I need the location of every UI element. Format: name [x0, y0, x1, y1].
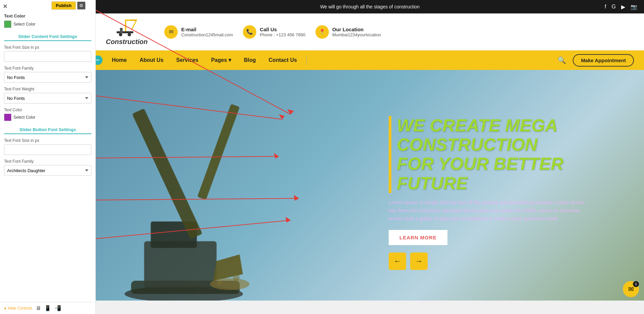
font-size-label-button: Text Font Size in px [4, 138, 91, 143]
top-bar: We will go through all the stages of con… [96, 0, 644, 13]
hero-title-line2: FOR YOUR BETTER FUTURE [397, 154, 624, 193]
hero-prev-button[interactable]: ← [389, 252, 406, 270]
nav-contact[interactable]: Contact Us [263, 50, 303, 70]
nav-about[interactable]: About Us [133, 50, 169, 70]
hero-section: WE CREATE MEGA CONSTRUCTION FOR YOUR BET… [96, 70, 644, 301]
bottom-bar: ● Hide Controls 🖥 📱 📲 [0, 302, 96, 314]
call-title: Call Us [260, 27, 305, 32]
color-swatch-bottom[interactable] [4, 114, 11, 121]
email-value: Construction1245mail.com [181, 32, 233, 37]
instagram-icon[interactable]: 📷 [631, 4, 637, 10]
nav-home[interactable]: Home [106, 50, 133, 70]
contact-location: 📍 Our Location Mumbai1234yourlocation [315, 25, 381, 39]
call-icon: 📞 [243, 25, 256, 39]
chat-badge: 0 [633, 281, 639, 287]
email-info: E-mail Construction1245mail.com [181, 27, 233, 37]
hero-title-border: WE CREATE MEGA CONSTRUCTION FOR YOUR BET… [389, 116, 624, 193]
svg-point-15 [210, 278, 250, 290]
location-info: Our Location Mumbai1234yourlocation [332, 27, 381, 37]
logo-icon [113, 18, 140, 38]
youtube-icon[interactable]: ▶ [621, 4, 625, 10]
nav-services[interactable]: Services [170, 50, 205, 70]
hide-controls-icon: ● [4, 306, 6, 311]
hero-content: WE CREATE MEGA CONSTRUCTION FOR YOUR BET… [389, 116, 624, 270]
svg-rect-12 [132, 108, 202, 239]
email-title: E-mail [181, 27, 233, 32]
site-header: Construction ✉ E-mail Construction1245ma… [96, 13, 644, 50]
svg-point-16 [233, 274, 240, 281]
text-color-section-top: Text Color [4, 13, 91, 18]
social-icons: f G ▶ 📷 [605, 4, 637, 10]
learn-more-button[interactable]: LEARN MORE [389, 230, 447, 245]
tablet-icon[interactable]: 📱 [44, 305, 51, 311]
call-value: Phone : +123 456 7890 [260, 32, 305, 37]
svg-point-17 [218, 280, 222, 285]
hero-title-line1: WE CREATE MEGA CONSTRUCTION [397, 116, 624, 154]
svg-rect-3 [117, 31, 133, 33]
font-family-select-button[interactable]: Architects Daughter No Fonts Arial Georg… [4, 165, 91, 176]
text-color-label-content: Text Color [4, 108, 91, 112]
chat-icon: ✉ [628, 285, 634, 293]
svg-point-5 [119, 33, 122, 36]
contact-items: ✉ E-mail Construction1245mail.com 📞 Call… [164, 25, 381, 39]
site-nav: ✏ Home About Us Services Pages ▾ Blog Co… [96, 50, 644, 70]
select-color-button-top[interactable]: Select Color [13, 22, 35, 27]
hero-description: Lorem Ipsum is simply dummy text of the … [389, 198, 590, 223]
font-size-input-content[interactable] [4, 51, 91, 62]
svg-rect-13 [197, 104, 240, 200]
left-panel: ✕ Publish ⚙ Text Color Select Color Slid… [0, 0, 96, 314]
logo: Construction [106, 18, 147, 46]
font-size-label-content: Text Font Size in px [4, 45, 91, 50]
location-value: Mumbai1234yourlocation [332, 32, 381, 37]
location-title: Our Location [332, 27, 381, 32]
hero-next-button[interactable]: → [410, 252, 428, 270]
google-icon[interactable]: G [612, 4, 616, 10]
svg-rect-0 [125, 19, 126, 33]
chat-bubble[interactable]: 0 ✉ [623, 281, 639, 297]
font-family-label-content: Text Font Family [4, 66, 91, 71]
facebook-icon[interactable]: f [605, 4, 606, 10]
svg-rect-10 [144, 241, 217, 287]
hero-yellow-bar [389, 116, 391, 193]
main-area: We will go through all the stages of con… [96, 0, 644, 314]
contact-email: ✉ E-mail Construction1245mail.com [164, 25, 233, 39]
svg-marker-7 [130, 19, 137, 21]
settings-button[interactable]: ⚙ [77, 2, 85, 9]
svg-point-6 [128, 33, 131, 36]
logo-text: Construction [106, 38, 147, 46]
font-family-label-button: Text Font Family [4, 159, 91, 164]
nav-pages[interactable]: Pages ▾ [205, 50, 237, 70]
hero-nav-buttons: ← → [389, 252, 624, 270]
slider-content-font-settings-title: Slider Content Font Settings [4, 34, 91, 41]
color-swatch-top[interactable] [4, 21, 11, 28]
appointment-button[interactable]: Make Appointment [573, 54, 634, 67]
slider-button-font-settings-title: Slider Button Font Settings [4, 127, 91, 134]
hero-title: WE CREATE MEGA CONSTRUCTION FOR YOUR BET… [397, 116, 624, 193]
font-weight-label-content: Text Font Weight [4, 87, 91, 91]
contact-call: 📞 Call Us Phone : +123 456 7890 [243, 25, 305, 39]
top-bar-message: We will go through all the stages of con… [320, 4, 420, 9]
font-size-input-button[interactable] [4, 144, 91, 155]
nav-blog[interactable]: Blog [238, 50, 262, 70]
close-button[interactable]: ✕ [3, 3, 8, 10]
email-icon: ✉ [164, 25, 178, 39]
svg-line-2 [132, 19, 137, 30]
nav-divider [306, 55, 307, 65]
call-info: Call Us Phone : +123 456 7890 [260, 27, 305, 37]
font-family-select-content[interactable]: No Fonts Architects Daughter Arial Georg… [4, 72, 91, 83]
color-row-top: Select Color [4, 21, 91, 28]
nav-links: Home About Us Services Pages ▾ Blog Cont… [106, 50, 303, 70]
mobile-icon[interactable]: 📲 [54, 305, 61, 311]
desktop-icon[interactable]: 🖥 [36, 305, 41, 311]
publish-button[interactable]: Publish [51, 1, 76, 10]
hero-excavator-image [116, 70, 304, 301]
location-icon: 📍 [315, 25, 329, 39]
svg-rect-4 [120, 28, 123, 33]
hide-controls-button[interactable]: ● Hide Controls [4, 306, 32, 311]
hide-controls-label: Hide Controls [8, 306, 32, 311]
color-row-bottom: Select Color [4, 114, 91, 121]
select-color-button-bottom[interactable]: Select Color [13, 115, 35, 120]
font-weight-select-content[interactable]: No Fonts Normal Bold Light [4, 93, 91, 104]
edit-pencil-icon[interactable]: ✏ [96, 55, 102, 65]
search-icon[interactable]: 🔍 [558, 56, 566, 64]
